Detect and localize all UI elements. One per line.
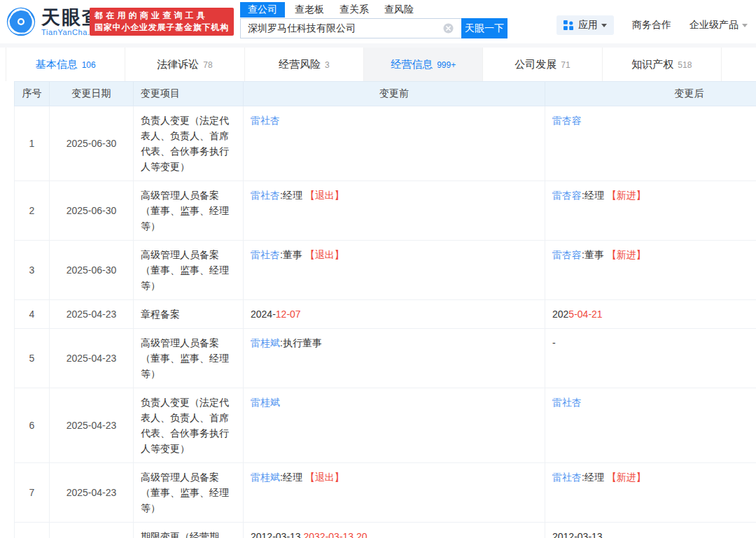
change-records-table: 序号 变更日期 变更项目 变更前 变更后 12025-06-30负责人变更（法定…	[14, 81, 756, 538]
change-records-table-wrap: 序号 变更日期 变更项目 变更前 变更后 12025-06-30负责人变更（法定…	[14, 81, 756, 538]
change-item-cell: 高级管理人员备案（董事、监事、经理等）	[134, 241, 244, 300]
person-link[interactable]: 雷社杏	[251, 115, 280, 126]
business-cooperation-link[interactable]: 商务合作	[632, 19, 671, 31]
search-button[interactable]: 天眼一下	[461, 18, 507, 38]
change-text: :经理	[582, 472, 607, 483]
change-after-cell: -	[545, 329, 756, 388]
change-text: :经理	[280, 190, 305, 201]
change-date-cell: 2025-04-23	[50, 300, 134, 329]
tab-legal-proceedings[interactable]: 法律诉讼 78	[125, 48, 244, 81]
change-before-cell: 雷社杏:经理 【退出】	[244, 181, 545, 241]
tab-operating-risk[interactable]: 经营风险 3	[245, 48, 364, 81]
row-index-cell: 3	[15, 241, 50, 300]
tab-label: 公司发展	[514, 58, 556, 71]
chevron-down-icon	[742, 24, 748, 27]
row-index-cell: 2	[15, 181, 50, 241]
change-status-tag: 【新进】	[607, 472, 646, 483]
change-before-cell: 2024-12-07	[244, 300, 545, 329]
row-index-cell: 5	[15, 329, 50, 388]
business-cooperation-label: 商务合作	[632, 19, 671, 31]
tab-count: 106	[82, 60, 96, 70]
search-bar: 天眼一下	[240, 18, 507, 38]
change-before-cell: 雷社杏	[244, 106, 545, 181]
person-link[interactable]: 雷社杏	[251, 190, 280, 201]
search-tab-risk[interactable]: 查风险	[384, 2, 414, 17]
tab-label: 基本信息	[36, 58, 78, 71]
row-index-cell: 8	[15, 523, 50, 538]
change-date-cell: 2025-04-23	[50, 329, 134, 388]
change-text: :经理	[280, 472, 305, 483]
change-after-cell: 2025-04-21	[545, 300, 756, 329]
change-text: 202	[552, 309, 568, 320]
person-link[interactable]: 雷社杏	[552, 397, 582, 408]
site-header: 天眼查 TianYanCha.com 都在用的商业查询工具 国家中小企业发展子基…	[0, 0, 756, 43]
change-before-cell: 2012-03-13,2032-03-13,20	[244, 523, 545, 538]
search-tab-boss[interactable]: 查老板	[295, 2, 324, 17]
tab-label: 经营风险	[279, 58, 321, 71]
apps-menu[interactable]: 应用	[556, 15, 614, 35]
change-item-cell: 章程备案	[134, 300, 244, 329]
change-item-cell: 高级管理人员备案（董事、监事、经理等）	[134, 463, 244, 523]
change-text: :董事	[280, 249, 305, 260]
change-after-cell: 雷杏容:董事 【新进】	[545, 241, 756, 300]
col-header-after: 变更后	[545, 82, 756, 106]
person-link[interactable]: 雷杏容	[552, 190, 582, 201]
change-text: 2012-03-13,	[251, 531, 304, 538]
search-tab-relation[interactable]: 查关系	[340, 2, 369, 17]
change-text: 2024-	[251, 309, 276, 320]
apps-grid-icon	[564, 20, 573, 30]
person-link[interactable]: 雷桂斌	[251, 472, 280, 483]
change-before-cell: 雷社杏:董事 【退出】	[244, 241, 545, 300]
change-item-cell: 高级管理人员备案（董事、监事、经理等）	[134, 181, 244, 241]
change-status-tag: 5-04-21	[568, 309, 602, 320]
col-header-date: 变更日期	[50, 82, 134, 106]
table-row: 82025-04-23期限变更（经营期限、营业期限、驻在期限等变更）2012-0…	[15, 523, 756, 538]
tab-basic-info[interactable]: 基本信息 106	[6, 48, 125, 81]
search-tab-company[interactable]: 查公司	[240, 2, 285, 17]
tianyancha-page: 天眼查 TianYanCha.com 都在用的商业查询工具 国家中小企业发展子基…	[0, 0, 756, 538]
change-text: -	[552, 337, 556, 348]
change-text: :董事	[582, 249, 607, 260]
change-before-cell: 雷桂斌:经理 【退出】	[244, 463, 545, 523]
header-menu: 应用 商务合作 企业级产品	[556, 15, 748, 35]
change-after-cell: 雷社杏	[545, 388, 756, 463]
change-status-tag: 【退出】	[305, 249, 344, 260]
person-link[interactable]: 雷杏容	[552, 115, 582, 126]
row-index-cell: 1	[15, 106, 50, 181]
enterprise-products-link[interactable]: 企业级产品	[690, 19, 748, 31]
table-row: 12025-06-30负责人变更（法定代表人、负责人、首席代表、合伙事务执行人等…	[15, 106, 756, 181]
search-area: 查公司 查老板 查关系 查风险 天眼一下	[240, 1, 507, 38]
person-link[interactable]: 雷杏容	[552, 249, 582, 260]
person-link[interactable]: 雷社杏	[552, 472, 582, 483]
change-text: :经理	[582, 190, 607, 201]
person-link[interactable]: 雷社杏	[251, 249, 280, 260]
row-index-cell: 4	[15, 300, 50, 329]
change-date-cell: 2025-06-30	[50, 181, 134, 241]
clear-search-icon[interactable]	[443, 23, 454, 34]
tab-count: 3	[325, 60, 330, 70]
row-index-cell: 6	[15, 388, 50, 463]
tab-label: 知识产权	[631, 58, 673, 71]
change-item-cell: 负责人变更（法定代表人、负责人、首席代表、合伙事务执行人等变更）	[134, 106, 244, 181]
section-tabs: 基本信息 106 法律诉讼 78 经营风险 3 经营信息 999+ 公司发展 7…	[6, 48, 722, 81]
change-status-tag: 【新进】	[607, 190, 646, 201]
tab-company-development[interactable]: 公司发展 71	[483, 48, 602, 81]
change-date-cell: 2025-06-30	[50, 106, 134, 181]
tab-operating-info[interactable]: 经营信息 999+	[364, 48, 483, 81]
table-row: 22025-06-30高级管理人员备案（董事、监事、经理等）雷社杏:经理 【退出…	[15, 181, 756, 241]
change-item-cell: 高级管理人员备案（董事、监事、经理等）	[134, 329, 244, 388]
change-status-tag: 【新进】	[607, 249, 646, 260]
person-link[interactable]: 雷桂斌	[251, 337, 280, 348]
tab-count: 518	[678, 60, 692, 70]
col-header-item: 变更项目	[134, 82, 244, 106]
change-date-cell: 2025-04-23	[50, 463, 134, 523]
row-index-cell: 7	[15, 463, 50, 523]
tab-intellectual-property[interactable]: 知识产权 518	[603, 48, 722, 81]
table-row: 32025-06-30高级管理人员备案（董事、监事、经理等）雷社杏:董事 【退出…	[15, 241, 756, 300]
table-header-row: 序号 变更日期 变更项目 变更前 变更后	[15, 82, 756, 106]
change-after-cell: 雷杏容	[545, 106, 756, 181]
person-link[interactable]: 雷桂斌	[251, 397, 280, 408]
change-before-cell: 雷桂斌:执行董事	[244, 329, 545, 388]
search-input[interactable]	[240, 18, 461, 38]
tab-count: 999+	[437, 60, 456, 70]
